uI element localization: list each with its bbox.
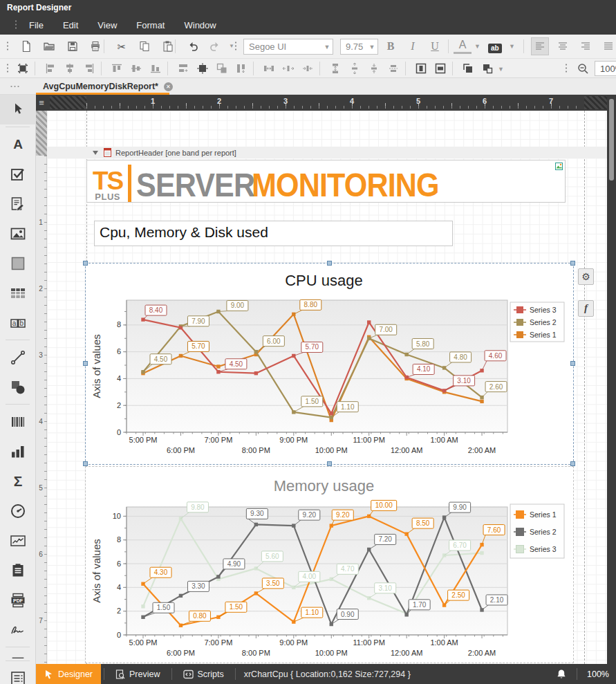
v-space-increase-button[interactable] xyxy=(346,59,364,77)
toolbox-item-pointer[interactable] xyxy=(0,95,36,124)
toolbox-item-panel[interactable] xyxy=(0,248,36,278)
align-text-right-button[interactable] xyxy=(577,37,595,55)
chevron-down-icon[interactable]: ▼ xyxy=(321,44,333,50)
send-to-back-button[interactable] xyxy=(478,59,496,77)
report-design-surface[interactable]: ReportHeader [one band per report] TS PL… xyxy=(47,111,607,664)
same-size-button[interactable] xyxy=(213,59,231,77)
align-text-left-button[interactable] xyxy=(531,37,549,55)
toolbox-item-pdf-content[interactable]: PDF xyxy=(0,585,36,615)
align-lefts-button[interactable] xyxy=(41,59,59,77)
font-family-combo[interactable]: Segoe UI ▼ xyxy=(243,39,333,55)
collapse-band-icon[interactable] xyxy=(93,151,98,155)
selection-handle[interactable] xyxy=(327,461,332,466)
underline-button[interactable]: U xyxy=(426,37,444,55)
save-button[interactable] xyxy=(64,37,82,55)
chart-smart-tag-gear-button[interactable]: ⚙ xyxy=(578,268,594,285)
horizontal-ruler[interactable]: ≡ 1234567 xyxy=(36,95,607,111)
menu-item-window[interactable]: Window xyxy=(174,17,225,33)
bring-to-front-button[interactable] xyxy=(459,59,477,77)
toolbar-grip2[interactable] xyxy=(234,41,237,52)
ruler-menu-icon[interactable]: ≡ xyxy=(36,95,47,111)
menu-item-format[interactable]: Format xyxy=(127,17,174,33)
toolbox-item-table[interactable] xyxy=(0,278,36,308)
font-color-button[interactable]: A xyxy=(454,37,472,54)
align-text-center-button[interactable] xyxy=(554,37,572,55)
align-centers-button[interactable] xyxy=(61,59,79,77)
snap-to-grid-button[interactable] xyxy=(14,59,32,77)
cut-button[interactable]: ✂ xyxy=(113,37,131,55)
bold-button[interactable]: B xyxy=(382,37,400,55)
zoom-level-combo[interactable]: 100% xyxy=(595,61,616,76)
h-space-equal-button[interactable] xyxy=(260,59,278,77)
tab-scripts[interactable]: Scripts xyxy=(175,664,232,684)
toolbox-item-line[interactable] xyxy=(0,342,36,372)
toolbox-item-chart[interactable] xyxy=(0,436,36,466)
logo-picture-box[interactable]: TS PLUS SERVER MONITORING xyxy=(86,160,566,203)
chevron-down-icon[interactable]: ▼ xyxy=(474,43,480,50)
selection-handle[interactable] xyxy=(83,461,88,466)
v-space-remove-button[interactable] xyxy=(384,59,402,77)
toolbar-grip[interactable] xyxy=(565,63,568,74)
toolbox-item-character-comb[interactable]: ab xyxy=(0,308,36,338)
toolbox-item-shape[interactable] xyxy=(0,372,36,402)
menu-item-file[interactable]: File xyxy=(19,17,53,33)
align-bottoms-button[interactable] xyxy=(147,59,165,77)
same-width-button[interactable] xyxy=(174,59,192,77)
h-space-decrease-button[interactable] xyxy=(299,59,317,77)
print-button[interactable] xyxy=(86,37,104,55)
toolbox-item-label[interactable]: A xyxy=(0,129,36,159)
cpu-usage-chart[interactable]: 024685:00 PM6:00 PM7:00 PM8:00 PM9:00 PM… xyxy=(86,264,573,464)
toolbox-item-sparkline[interactable] xyxy=(0,526,36,555)
right-margin-line[interactable] xyxy=(584,111,585,664)
selection-handle[interactable] xyxy=(570,261,575,266)
new-document-button[interactable] xyxy=(17,37,35,55)
center-horizontally-button[interactable] xyxy=(412,59,430,77)
toolbox-item-signature[interactable] xyxy=(0,615,36,645)
tab-designer[interactable]: Designer xyxy=(36,664,101,684)
close-icon[interactable]: ✕ xyxy=(164,82,173,91)
toolbox-item-page-info[interactable] xyxy=(0,555,36,585)
align-rights-button[interactable] xyxy=(80,59,98,77)
toolbox-item-picture-box[interactable] xyxy=(0,219,36,248)
zoom-out-button[interactable] xyxy=(574,59,592,77)
toolbox-item-gauge[interactable] xyxy=(0,496,36,526)
center-vertically-button[interactable] xyxy=(431,59,449,77)
menu-item-view[interactable]: View xyxy=(88,17,127,33)
selection-handle[interactable] xyxy=(327,261,332,266)
expression-editor-button[interactable]: f xyxy=(578,300,594,317)
align-middles-button[interactable] xyxy=(127,59,145,77)
size-to-grid-button[interactable] xyxy=(194,59,212,77)
report-title-label[interactable]: Cpu, Memory & Disk used xyxy=(94,221,453,246)
report-header-band-strip[interactable]: ReportHeader [one band per report] xyxy=(47,147,607,158)
caret-icon[interactable]: ▼ xyxy=(223,37,241,55)
tabstrip-grip[interactable] xyxy=(10,85,21,88)
chevron-down-icon[interactable]: ▼ xyxy=(366,44,377,50)
selection-handle[interactable] xyxy=(570,361,575,366)
notifications-bell-icon[interactable] xyxy=(556,669,567,680)
vertical-ruler[interactable]: 1234567 xyxy=(36,111,47,664)
font-size-combo[interactable]: 9.75 ▼ xyxy=(340,39,378,55)
tab-preview[interactable]: Preview xyxy=(107,664,168,684)
v-space-decrease-button[interactable] xyxy=(365,59,383,77)
undo-button[interactable] xyxy=(184,37,202,55)
toolbox-item-table-of-contents[interactable] xyxy=(0,663,36,684)
toolbox-item-checkbox[interactable] xyxy=(0,159,36,189)
redo-button[interactable] xyxy=(206,37,224,55)
chevron-down-icon[interactable]: ▼ xyxy=(498,66,504,73)
toolbox-item-pivot-grid[interactable]: Σ xyxy=(0,466,36,496)
align-text-justify-button[interactable] xyxy=(599,37,616,55)
selection-handle[interactable] xyxy=(570,461,575,466)
toolbox-item-barcode[interactable] xyxy=(0,407,36,436)
toolbar-grip[interactable] xyxy=(6,41,9,52)
menu-item-edit[interactable]: Edit xyxy=(53,17,88,33)
selection-handle[interactable] xyxy=(83,361,88,366)
highlight-color-button[interactable]: ab xyxy=(488,41,502,53)
italic-button[interactable]: I xyxy=(404,37,422,55)
toolbox-item-rich-text[interactable] xyxy=(0,189,36,219)
memory-usage-chart[interactable]: 02468105:00 PM6:00 PM7:00 PM8:00 PM9:00 … xyxy=(86,467,573,663)
menubar-grip[interactable] xyxy=(15,19,17,30)
align-tops-button[interactable] xyxy=(108,59,126,77)
v-space-equal-button[interactable] xyxy=(326,59,344,77)
chevron-down-icon[interactable]: ▼ xyxy=(509,43,515,50)
copy-button[interactable] xyxy=(136,37,153,55)
